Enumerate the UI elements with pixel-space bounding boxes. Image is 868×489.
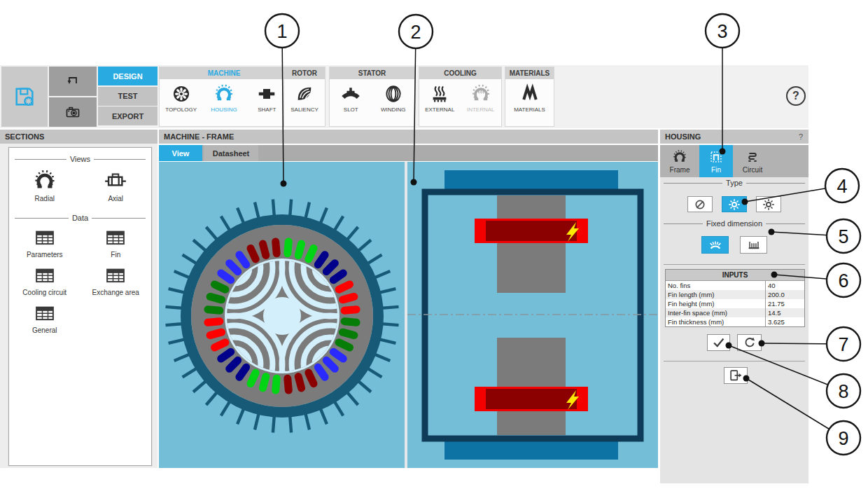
sections-header: SECTIONS [0, 130, 158, 144]
app-window: DESIGN TEST EXPORT MACHINE TOPOLOGY HOUS… [0, 0, 868, 489]
winding-button[interactable]: WINDING [373, 83, 414, 113]
undo-arrow-icon [64, 73, 81, 90]
fixed-fin-space-button[interactable] [740, 236, 767, 254]
slot-button[interactable]: SLOT [330, 83, 371, 113]
toolbar-group-machine: MACHINE TOPOLOGY HOUSING SHAFT [159, 67, 289, 127]
toolbar-group-cooling: COOLING EXTERNAL INTERNAL [419, 67, 502, 127]
input-value[interactable]: 3.625 [765, 317, 804, 326]
radial-fins-icon [761, 197, 776, 212]
tab-fin[interactable]: Fin [699, 145, 733, 177]
input-label: Fin height (mm) [666, 299, 765, 308]
inputs-row: No. fins40 [666, 281, 804, 290]
type-divider: Type [664, 179, 805, 187]
radial-view-canvas[interactable] [159, 162, 405, 468]
sidebar-item-parameters[interactable]: Parameters [27, 228, 63, 259]
fin-type-radial-button[interactable] [756, 196, 781, 212]
callout-number: 3 [717, 21, 727, 42]
housing-panel-content: Type Fixed dimension INPUTS No. fins40 [660, 177, 808, 483]
housing-tabstrip: Frame Fin Circuit [660, 145, 808, 177]
input-value[interactable]: 200.0 [765, 290, 804, 299]
input-value[interactable]: 21.75 [765, 299, 804, 308]
axial-machine-drawing [407, 162, 658, 468]
callout-number: 8 [838, 381, 848, 402]
fin-height-icon [708, 237, 723, 253]
reset-button[interactable] [737, 334, 762, 351]
topology-icon [171, 83, 192, 104]
housing-button[interactable]: HOUSING [204, 83, 244, 113]
save-button[interactable] [1, 67, 48, 127]
sidebar-item-fin[interactable]: Fin [105, 228, 126, 259]
group-title: MACHINE [160, 67, 288, 79]
toolbar-group-materials: MATERIALS MATERIALS [505, 67, 554, 127]
winding-icon [383, 83, 404, 104]
saliency-button[interactable]: SALIENCY [284, 83, 325, 113]
tab-circuit[interactable]: Circuit [736, 145, 769, 177]
toolbar: DESIGN TEST EXPORT MACHINE TOPOLOGY HOUS… [0, 65, 808, 128]
camera-icon [64, 104, 81, 120]
test-mode-button[interactable]: TEST [98, 87, 158, 106]
group-title: ROTOR [284, 67, 325, 79]
fixed-fin-height-button[interactable] [701, 236, 729, 254]
input-label: No. fins [666, 281, 765, 290]
internal-cooling-icon [470, 83, 491, 104]
check-icon [711, 335, 727, 350]
callout-number: 1 [276, 21, 287, 42]
main-view-header: MACHINE - FRAME [159, 130, 658, 144]
stator-lamination-bottom [497, 338, 566, 435]
group-title: MATERIALS [505, 67, 554, 79]
inputs-row: Fin thickness (mm)3.625 [666, 317, 804, 326]
panel-help-link[interactable]: ? [799, 130, 803, 144]
toolbar-group-stator: STATOR SLOT WINDING [329, 67, 415, 127]
external-cooling-icon [429, 83, 450, 104]
input-value[interactable]: 40 [765, 281, 804, 290]
apply-button[interactable] [707, 334, 730, 351]
undo-button[interactable] [49, 67, 97, 96]
axial-view-canvas[interactable] [407, 162, 658, 468]
group-title: COOLING [419, 67, 501, 79]
sidebar-item-exchange-area[interactable]: Exchange area [92, 266, 139, 296]
sidebar-item-radial[interactable]: Radial [33, 169, 57, 202]
tab-datasheet[interactable]: Datasheet [204, 145, 258, 161]
fin-icon [708, 149, 724, 165]
input-label: Fin thickness (mm) [666, 317, 765, 326]
table-icon [34, 266, 55, 287]
inputs-table-rows: No. fins40Fin length (mm)200.0Fin height… [666, 281, 804, 326]
callout-number: 2 [410, 22, 421, 43]
tab-view[interactable]: View [159, 145, 202, 161]
sidebar-item-cooling-circuit[interactable]: Cooling circuit [22, 266, 66, 296]
fin-type-axial-button[interactable] [722, 196, 747, 212]
input-label: Fin length (mm) [666, 290, 765, 299]
sidebar-item-general[interactable]: General [32, 303, 57, 334]
stator-lamination-top [497, 195, 566, 293]
help-button[interactable]: ? [786, 86, 806, 106]
input-value[interactable]: 14.5 [765, 308, 804, 317]
callout-number: 6 [838, 270, 848, 291]
tab-frame[interactable]: Frame [663, 145, 696, 177]
screenshot-button[interactable] [49, 97, 97, 127]
saliency-icon [294, 83, 315, 104]
toolbar-group-rotor: ROTOR SALIENCY [284, 67, 326, 127]
inputs-table: INPUTS No. fins40Fin length (mm)200.0Fin… [665, 269, 805, 327]
internal-cooling-button: INTERNAL [461, 83, 501, 113]
topology-button[interactable]: TOPOLOGY [161, 83, 202, 113]
materials-button[interactable]: MATERIALS [510, 83, 550, 113]
inputs-row: Inter-fin space (mm)14.5 [666, 308, 804, 317]
sidebar-item-axial[interactable]: Axial [104, 169, 127, 202]
fixed-dimension-divider: Fixed dimension [664, 219, 805, 228]
reset-icon [742, 335, 757, 350]
export-mode-button[interactable]: EXPORT [98, 106, 158, 125]
external-cooling-button[interactable]: EXTERNAL [419, 83, 460, 113]
shaft-button[interactable]: SHAFT [246, 83, 287, 113]
circuit-icon [745, 149, 760, 165]
group-title: STATOR [330, 67, 414, 79]
export-view-button[interactable] [724, 367, 748, 384]
end-cap-bottom [444, 441, 618, 460]
main-tabstrip: View Datasheet [159, 145, 658, 161]
fin-type-none-button[interactable] [687, 196, 713, 212]
save-icon [13, 85, 36, 109]
input-label: Inter-fin space (mm) [666, 308, 765, 317]
callout-number: 9 [838, 428, 848, 449]
housing-panel-header: HOUSING ? [660, 130, 808, 144]
design-mode-button[interactable]: DESIGN [98, 67, 158, 85]
end-winding-top [475, 219, 588, 243]
